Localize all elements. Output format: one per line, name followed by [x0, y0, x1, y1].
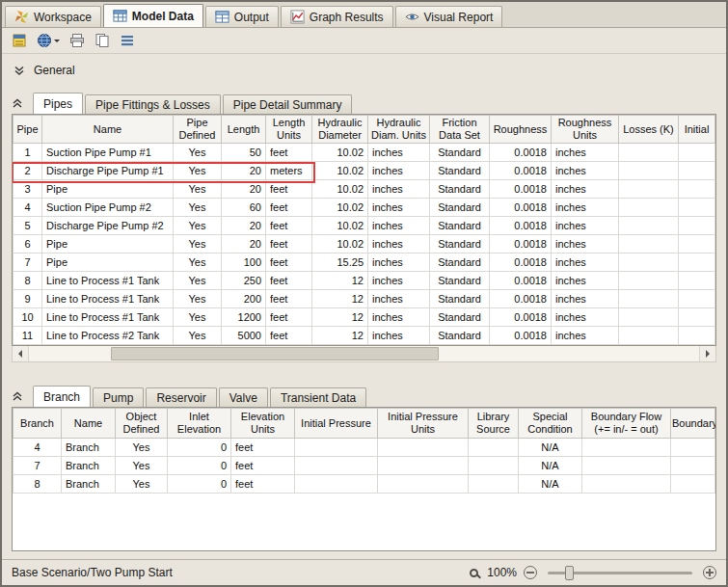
table-cell[interactable]: inches — [552, 308, 619, 327]
table-cell[interactable] — [671, 439, 715, 457]
table-cell[interactable]: 0.0018 — [490, 199, 552, 217]
table-cell[interactable]: inches — [368, 308, 430, 327]
column-header[interactable]: Special Condition — [519, 409, 582, 439]
notes-list-button[interactable] — [119, 32, 136, 49]
scrollbar-thumb[interactable] — [111, 347, 439, 360]
table-cell[interactable]: 3 — [13, 180, 42, 199]
table-cell[interactable]: 100 — [222, 253, 266, 272]
table-cell[interactable] — [619, 253, 679, 272]
table-cell[interactable] — [582, 457, 671, 475]
column-header[interactable]: Name — [42, 116, 174, 144]
table-cell[interactable]: Yes — [174, 217, 222, 235]
table-cell[interactable]: feet — [231, 475, 295, 494]
table-cell[interactable] — [619, 327, 679, 345]
table-cell[interactable] — [679, 162, 715, 180]
table-cell[interactable]: 0 — [168, 439, 231, 457]
table-cell[interactable]: 1200 — [222, 308, 266, 327]
table-cell[interactable]: N/A — [519, 457, 582, 475]
table-cell[interactable]: 0.0018 — [490, 162, 552, 180]
tab-visual-report[interactable]: Visual Report — [395, 6, 503, 27]
table-cell[interactable]: inches — [552, 235, 619, 253]
zoom-in-button[interactable] — [703, 566, 716, 579]
table-cell[interactable]: Standard — [430, 180, 490, 199]
table-cell[interactable]: Pipe — [42, 235, 174, 253]
table-cell[interactable]: inches — [552, 290, 619, 308]
table-cell[interactable]: 20 — [222, 180, 266, 199]
table-cell[interactable]: 50 — [222, 144, 266, 162]
table-cell[interactable]: Pipe — [42, 253, 174, 272]
table-cell[interactable] — [679, 144, 715, 162]
table-cell[interactable]: 20 — [222, 217, 266, 235]
table-cell[interactable]: inches — [368, 272, 430, 290]
table-cell[interactable]: Yes — [174, 290, 222, 308]
table-cell[interactable] — [679, 290, 715, 308]
table-cell[interactable]: inches — [552, 217, 619, 235]
table-cell[interactable]: 6 — [13, 235, 42, 253]
table-cell[interactable] — [619, 199, 679, 217]
table-cell[interactable]: 0.0018 — [490, 144, 552, 162]
table-cell[interactable]: feet — [266, 290, 312, 308]
column-header[interactable]: Initial — [679, 116, 715, 144]
table-cell[interactable]: Pipe — [42, 180, 174, 199]
table-cell[interactable] — [295, 457, 378, 475]
table-cell[interactable]: Branch — [62, 439, 116, 457]
print-button[interactable] — [68, 32, 86, 49]
table-cell[interactable] — [679, 235, 715, 253]
model-data-settings-button[interactable] — [11, 32, 28, 49]
table-cell[interactable]: feet — [266, 144, 312, 162]
table-cell[interactable]: 10.02 — [312, 144, 368, 162]
column-header[interactable]: Inlet Elevation — [168, 409, 231, 439]
table-cell[interactable]: inches — [368, 144, 430, 162]
table-cell[interactable]: Yes — [174, 199, 222, 217]
table-cell[interactable]: feet — [266, 180, 312, 199]
table-cell[interactable]: 12 — [312, 272, 368, 290]
table-cell[interactable]: 15.25 — [312, 253, 368, 272]
table-cell[interactable]: Branch — [62, 475, 116, 494]
scroll-right-button[interactable] — [699, 346, 715, 361]
table-cell[interactable]: Line to Process #1 Tank — [42, 290, 174, 308]
table-cell[interactable]: 9 — [13, 290, 42, 308]
tab-pump[interactable]: Pump — [93, 387, 144, 407]
table-cell[interactable]: Standard — [430, 144, 490, 162]
table-cell[interactable] — [378, 457, 469, 475]
table-cell[interactable]: inches — [368, 290, 430, 308]
table-cell[interactable]: Yes — [174, 235, 222, 253]
table-cell[interactable]: 10.02 — [312, 235, 368, 253]
table-cell[interactable] — [582, 475, 671, 494]
zoom-out-button[interactable] — [524, 566, 537, 579]
column-header[interactable]: Initial Pressure — [295, 409, 378, 439]
tab-valve[interactable]: Valve — [219, 387, 268, 407]
table-cell[interactable] — [671, 457, 715, 475]
table-cell[interactable]: 10.02 — [312, 199, 368, 217]
table-cell[interactable]: 0.0018 — [490, 308, 552, 327]
scroll-left-button[interactable] — [13, 346, 29, 361]
table-cell[interactable] — [619, 162, 679, 180]
table-cell[interactable]: inches — [368, 217, 430, 235]
table-cell[interactable]: 20 — [222, 235, 266, 253]
table-cell[interactable] — [679, 308, 715, 327]
tab-pipe-detail-summary[interactable]: Pipe Detail Summary — [223, 94, 353, 114]
table-cell[interactable]: inches — [552, 144, 619, 162]
table-cell[interactable]: meters — [266, 162, 312, 180]
table-cell[interactable]: 0.0018 — [490, 272, 552, 290]
column-header[interactable]: Pipe Defined — [174, 116, 222, 144]
table-cell[interactable]: feet — [231, 439, 295, 457]
table-cell[interactable] — [679, 253, 715, 272]
table-cell[interactable] — [679, 199, 715, 217]
table-cell[interactable]: Yes — [116, 439, 168, 457]
table-cell[interactable] — [619, 235, 679, 253]
table-cell[interactable]: inches — [368, 162, 430, 180]
table-cell[interactable]: Yes — [174, 162, 222, 180]
table-cell[interactable]: 0.0018 — [490, 327, 552, 345]
table-cell[interactable]: 7 — [13, 253, 42, 272]
tab-workspace[interactable]: Workspace — [5, 6, 101, 27]
table-cell[interactable]: feet — [266, 308, 312, 327]
table-cell[interactable] — [619, 308, 679, 327]
table-cell[interactable]: 0.0018 — [490, 253, 552, 272]
table-cell[interactable]: 0 — [168, 475, 231, 494]
table-cell[interactable]: Standard — [430, 272, 490, 290]
column-header[interactable]: Friction Data Set — [430, 116, 490, 144]
table-cell[interactable]: feet — [266, 217, 312, 235]
table-cell[interactable]: Standard — [430, 308, 490, 327]
table-cell[interactable]: Yes — [174, 144, 222, 162]
